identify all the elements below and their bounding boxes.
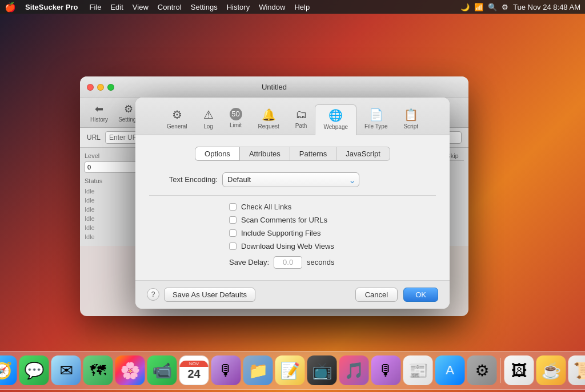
menubar-window[interactable]: Window <box>254 3 290 11</box>
menubar-moon-icon: 🌙 <box>460 3 470 11</box>
save-defaults-button[interactable]: Save As User Defaults <box>164 288 255 302</box>
filetype-icon: 📄 <box>369 108 383 122</box>
menubar-control[interactable]: Control <box>153 3 186 11</box>
check-all-links-label: Check All Links <box>241 203 291 211</box>
dock-mail[interactable]: ✉ <box>51 355 81 385</box>
tab-script-label: Script <box>403 123 418 130</box>
tab-limit[interactable]: 50 Limit <box>222 104 250 135</box>
dock-photos[interactable]: 🌸 <box>115 355 145 385</box>
menubar-edit[interactable]: Edit <box>106 3 127 11</box>
menubar-search-icon[interactable]: 🔍 <box>488 3 497 11</box>
include-supporting-files-row: Include Supporting Files <box>149 229 436 237</box>
desktop: Untitled ⬅ History ⚙ Settings ≡ Queue ⚠ … <box>0 14 585 392</box>
tab-webpage-label: Webpage <box>323 124 348 130</box>
general-icon: ⚙ <box>172 108 182 122</box>
dock-safari[interactable]: 🧭 <box>0 355 17 385</box>
divider <box>149 195 436 196</box>
dock-maps[interactable]: 🗺 <box>83 355 113 385</box>
scan-comments-checkbox[interactable] <box>229 216 237 224</box>
tab-webpage[interactable]: 🌐 Webpage <box>315 104 356 135</box>
tab-path-label: Path <box>295 123 307 129</box>
text-encoding-select[interactable]: Default UTF-8 ISO-8859-1 <box>222 172 359 187</box>
apple-menu[interactable]: 🍎 <box>5 2 16 13</box>
download-web-views-row: Download Using Web Views <box>149 242 436 250</box>
tab-general[interactable]: ⚙ General <box>159 104 195 135</box>
scan-comments-label: Scan Comments for URLs <box>241 216 327 224</box>
dock-podcasts[interactable]: 🎙 <box>371 355 401 385</box>
subtab-javascript[interactable]: JavaScript <box>336 147 390 161</box>
text-encoding-select-container: Default UTF-8 ISO-8859-1 ⌄ <box>222 172 359 187</box>
save-delay-label: Save Delay: <box>229 258 269 266</box>
save-delay-row: Save Delay: seconds <box>149 256 436 269</box>
dock-separator <box>500 358 501 383</box>
subtab-attributes[interactable]: Attributes <box>240 147 290 161</box>
tab-filetype-label: File Type <box>364 123 387 130</box>
sub-tabs: Options Attributes Patterns JavaScript <box>149 147 436 161</box>
menubar-file[interactable]: File <box>85 3 106 11</box>
check-all-links-checkbox[interactable] <box>229 203 237 211</box>
subtab-options[interactable]: Options <box>195 147 240 161</box>
text-encoding-label: Text Encoding: <box>149 175 218 184</box>
tab-request[interactable]: 🔔 Request <box>250 104 287 135</box>
dock: 🖥 🚀 🧭 💬 ✉ 🗺 🌸 📹 NOV 24 🎙 📁 📝 📺 🎵 🎙 📰 A ⚙… <box>0 351 585 390</box>
dock-notes[interactable]: 📝 <box>275 355 305 385</box>
menubar-wifi-icon: 📶 <box>474 3 483 11</box>
settings-dialog: ⚙ General ⚠ Log 50 Limit 🔔 Request 🗂 <box>135 98 450 309</box>
save-delay-input[interactable] <box>274 256 302 269</box>
menubar-view[interactable]: View <box>128 3 153 11</box>
tab-filetype[interactable]: 📄 File Type <box>356 104 395 135</box>
dock-appstore[interactable]: A <box>435 355 465 385</box>
tab-script[interactable]: 📋 Script <box>395 104 426 135</box>
dock-news[interactable]: 📰 <box>403 355 433 385</box>
cancel-button[interactable]: Cancel <box>355 288 398 302</box>
request-icon: 🔔 <box>262 108 276 122</box>
include-supporting-files-checkbox[interactable] <box>229 229 237 237</box>
save-delay-unit: seconds <box>307 258 334 266</box>
dock-scripts[interactable]: 📜 <box>568 355 586 385</box>
menubar: 🍎 SiteSucker Pro File Edit View Control … <box>0 0 585 14</box>
menubar-history[interactable]: History <box>222 3 254 11</box>
dock-calendar[interactable]: NOV 24 <box>179 355 209 385</box>
dialog-overlay: ⚙ General ⚠ Log 50 Limit 🔔 Request 🗂 <box>0 14 585 392</box>
limit-icon: 50 <box>230 108 242 120</box>
text-encoding-row: Text Encoding: Default UTF-8 ISO-8859-1 … <box>149 172 436 187</box>
menubar-time: Tue Nov 24 8:48 AM <box>513 3 580 11</box>
webpage-icon: 🌐 <box>328 108 343 122</box>
scan-comments-row: Scan Comments for URLs <box>149 216 436 224</box>
tab-limit-label: Limit <box>230 122 242 128</box>
help-button[interactable]: ? <box>147 288 159 301</box>
log-tab-icon: ⚠ <box>203 108 214 122</box>
dock-facetime[interactable]: 📹 <box>147 355 177 385</box>
script-icon: 📋 <box>404 108 418 122</box>
dock-messages[interactable]: 💬 <box>19 355 49 385</box>
dialog-footer: ? Save As User Defaults Cancel OK <box>135 280 450 309</box>
menubar-app-name[interactable]: SiteSucker Pro <box>21 3 83 11</box>
menubar-settings[interactable]: Settings <box>186 3 222 11</box>
tab-log-label: Log <box>203 123 213 130</box>
dialog-body: Options Attributes Patterns JavaScript T… <box>135 135 450 280</box>
subtab-patterns[interactable]: Patterns <box>290 147 336 161</box>
dock-preview[interactable]: 🖼 <box>504 355 534 385</box>
tab-log[interactable]: ⚠ Log <box>195 104 222 135</box>
check-all-links-row: Check All Links <box>149 203 436 211</box>
dock-files[interactable]: 📁 <box>243 355 273 385</box>
download-web-views-label: Download Using Web Views <box>241 242 334 250</box>
dock-siri[interactable]: 🎙 <box>211 355 241 385</box>
dock-appletv[interactable]: 📺 <box>307 355 337 385</box>
dialog-tabs: ⚙ General ⚠ Log 50 Limit 🔔 Request 🗂 <box>135 98 450 135</box>
tab-general-label: General <box>167 123 187 130</box>
dock-sysprefs[interactable]: ⚙ <box>467 355 497 385</box>
dock-amphetamine[interactable]: ☕ <box>536 355 566 385</box>
tab-request-label: Request <box>258 123 279 130</box>
include-supporting-files-label: Include Supporting Files <box>241 229 320 237</box>
footer-right: Cancel OK <box>355 288 438 302</box>
menubar-help[interactable]: Help <box>290 3 314 11</box>
tab-path[interactable]: 🗂 Path <box>287 104 315 135</box>
ok-button[interactable]: OK <box>403 288 438 302</box>
menubar-controls-icon[interactable]: ⚙ <box>502 3 508 11</box>
dock-music[interactable]: 🎵 <box>339 355 369 385</box>
download-web-views-checkbox[interactable] <box>229 243 237 250</box>
path-icon: 🗂 <box>295 108 307 121</box>
